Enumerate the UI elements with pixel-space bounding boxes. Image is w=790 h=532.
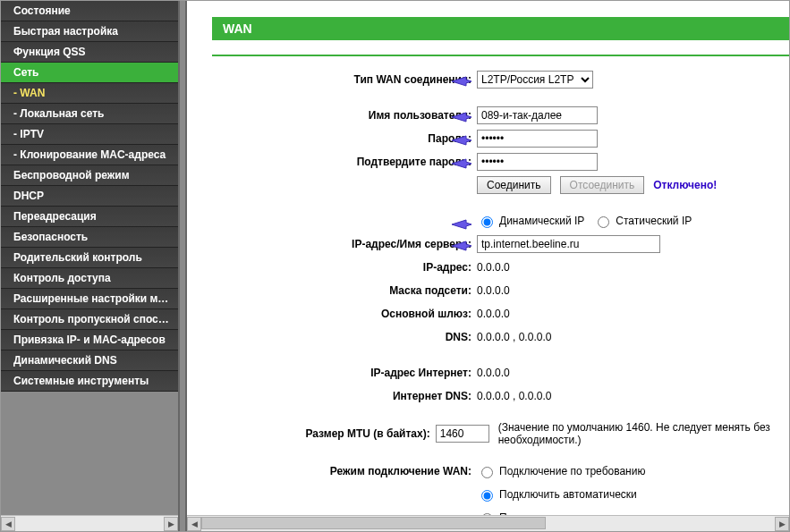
username-input[interactable]	[477, 106, 598, 124]
sidebar-item-16[interactable]: Привязка IP- и MAC-адресов	[1, 330, 178, 350]
username-label: Имя пользователя:	[212, 109, 477, 122]
internet-ip-label: IP-адрес Интернет:	[212, 367, 477, 379]
server-input[interactable]	[477, 235, 660, 253]
main-hscrollbar[interactable]: ◀ ▶	[187, 515, 789, 531]
password-input[interactable]	[477, 130, 598, 148]
confirm-password-label: Подтвердите пароль:	[212, 156, 477, 168]
scroll-right-icon[interactable]: ▶	[775, 517, 789, 531]
sidebar-item-11[interactable]: Безопасность	[1, 227, 178, 248]
sidebar-item-9[interactable]: DHCP	[1, 186, 178, 207]
sidebar-item-5[interactable]: - Локальная сеть	[1, 104, 178, 124]
mask-label: Маска подсети:	[212, 284, 477, 297]
mode-manual-radio[interactable]: Подключить вручную	[477, 511, 605, 515]
sidebar-item-2[interactable]: Функция QSS	[1, 42, 178, 63]
internet-dns-label: Интернет DNS:	[212, 390, 477, 402]
scroll-left-icon[interactable]: ◀	[1, 517, 15, 531]
mtu-label: Размер MTU (в байтах):	[212, 427, 436, 440]
sidebar-item-0[interactable]: Состояние	[1, 1, 178, 21]
scroll-left-icon[interactable]: ◀	[187, 517, 201, 531]
ip-value: 0.0.0.0	[477, 261, 510, 274]
sidebar-item-4[interactable]: - WAN	[1, 83, 178, 104]
sidebar-item-15[interactable]: Контроль пропускной способности	[1, 309, 178, 330]
main-scroll[interactable]: WAN Тип WAN соединения: L2TP/Россия L2TP	[187, 1, 789, 515]
dynamic-ip-radio[interactable]: Динамический IP	[477, 214, 584, 228]
sidebar-item-10[interactable]: Переадресация	[1, 207, 178, 227]
disconnect-button[interactable]: Отсоединить	[560, 176, 645, 194]
sidebar-item-1[interactable]: Быстрая настройка	[1, 21, 178, 42]
sidebar-item-7[interactable]: - Клонирование MAC-адреса	[1, 145, 178, 165]
divider	[212, 55, 789, 56]
mask-value: 0.0.0.0	[477, 284, 510, 297]
internet-ip-value: 0.0.0.0	[477, 367, 510, 379]
page-title: WAN	[212, 17, 789, 40]
hscroll-thumb[interactable]	[201, 517, 546, 529]
password-label: Пароль:	[212, 132, 477, 145]
sidebar-item-3[interactable]: Сеть	[1, 63, 178, 83]
sidebar-item-13[interactable]: Контроль доступа	[1, 268, 178, 289]
dns-label: DNS:	[212, 331, 477, 343]
mode-on-demand-radio[interactable]: Подключение по требованию	[477, 464, 645, 478]
connection-type-label: Тип WAN соединения:	[212, 73, 477, 86]
pane-divider[interactable]	[178, 1, 187, 531]
sidebar-item-14[interactable]: Расширенные настройки маршрутизации	[1, 289, 178, 309]
connection-status: Отключено!	[653, 179, 717, 191]
scroll-right-icon[interactable]: ▶	[164, 517, 178, 531]
confirm-password-input[interactable]	[477, 153, 598, 171]
gateway-label: Основной шлюз:	[212, 308, 477, 320]
sidebar: СостояниеБыстрая настройкаФункция QSSСет…	[1, 1, 178, 531]
mtu-help: (Значение по умолчанию 1460. Не следует …	[498, 421, 789, 446]
wan-mode-label: Режим подключение WAN:	[212, 465, 477, 477]
sidebar-item-12[interactable]: Родительский контроль	[1, 248, 178, 268]
dns-value: 0.0.0.0 , 0.0.0.0	[477, 331, 551, 343]
sidebar-item-8[interactable]: Беспроводной режим	[1, 165, 178, 186]
main-pane: WAN Тип WAN соединения: L2TP/Россия L2TP	[187, 1, 789, 531]
server-label: IP-адрес/Имя сервера:	[212, 238, 477, 250]
sidebar-item-18[interactable]: Системные инструменты	[1, 371, 178, 392]
mtu-input[interactable]	[436, 425, 489, 443]
mode-auto-radio[interactable]: Подключить автоматически	[477, 487, 637, 502]
internet-dns-value: 0.0.0.0 , 0.0.0.0	[477, 390, 551, 402]
sidebar-hscrollbar[interactable]: ◀ ▶	[1, 515, 178, 531]
static-ip-radio[interactable]: Статический IP	[593, 214, 692, 228]
connection-type-select[interactable]: L2TP/Россия L2TP	[477, 71, 593, 89]
sidebar-item-17[interactable]: Динамический DNS	[1, 350, 178, 371]
connect-button[interactable]: Соединить	[477, 176, 551, 194]
sidebar-item-6[interactable]: - IPTV	[1, 124, 178, 145]
ip-label: IP-адрес:	[212, 261, 477, 274]
gateway-value: 0.0.0.0	[477, 308, 510, 320]
sidebar-scroll[interactable]: СостояниеБыстрая настройкаФункция QSSСет…	[1, 1, 178, 515]
